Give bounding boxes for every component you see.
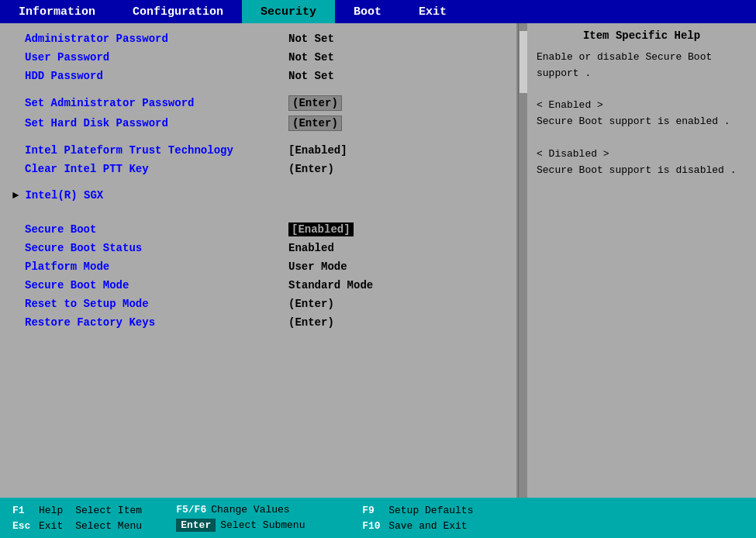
- label-set-admin-password: Set Administrator Password: [25, 97, 288, 109]
- desc-help: Help: [39, 505, 63, 516]
- right-panel: Item Specific Help Enable or disable Sec…: [527, 23, 756, 498]
- help-title: Item Specific Help: [537, 29, 747, 42]
- label-admin-password: Administrator Password: [25, 33, 288, 45]
- help-content: Enable or disable Secure Boot support . …: [537, 50, 747, 178]
- row-platform-mode[interactable]: Platform Mode User Mode: [0, 257, 516, 276]
- row-restore-factory-keys[interactable]: Restore Factory Keys (Enter): [0, 313, 516, 332]
- value-hdd-password: Not Set: [288, 70, 334, 82]
- label-set-hdd-password: Set Hard Disk Password: [25, 117, 288, 129]
- label-hdd-password: HDD Password: [25, 70, 288, 82]
- value-platform-mode: User Mode: [288, 260, 347, 273]
- value-admin-password: Not Set: [288, 33, 334, 45]
- row-secure-boot-status[interactable]: Secure Boot Status Enabled: [0, 239, 516, 257]
- help-line-7: Secure Boot support is disabled .: [537, 163, 747, 179]
- value-intel-ptt: [Enabled]: [288, 144, 347, 157]
- value-user-password: Not Set: [288, 51, 334, 64]
- scrollbar-thumb[interactable]: [520, 31, 527, 93]
- help-line-3: < Enabled >: [537, 98, 747, 114]
- value-reset-setup-mode: (Enter): [288, 298, 334, 310]
- row-set-admin-password[interactable]: Set Administrator Password (Enter): [0, 93, 516, 113]
- label-intel-ptt: Intel Plateform Trust Technology: [25, 144, 288, 157]
- bottom-row-esc: Esc Exit: [12, 520, 63, 532]
- menu-item-configuration[interactable]: Configuration: [114, 0, 242, 23]
- row-hdd-password[interactable]: HDD Password Not Set: [0, 67, 516, 85]
- bottom-section-select: Select Item Select Menu: [69, 501, 170, 535]
- label-restore-factory-keys: Restore Factory Keys: [25, 316, 288, 329]
- bottom-row-enter: Enter Select Submenu: [176, 519, 350, 532]
- label-user-password: User Password: [25, 51, 288, 64]
- key-f1: F1: [12, 505, 34, 516]
- main-content: Administrator Password Not Set User Pass…: [0, 23, 756, 498]
- bottom-row-f1: F1 Help: [12, 505, 63, 516]
- bottom-row-select-menu: Select Menu: [75, 520, 164, 532]
- row-admin-password[interactable]: Administrator Password Not Set: [0, 29, 516, 48]
- desc-select-menu: Select Menu: [75, 520, 142, 532]
- key-f5f6: F5/F6: [176, 504, 206, 516]
- menu-item-security[interactable]: Security: [242, 0, 335, 23]
- help-line-5: [537, 130, 747, 147]
- desc-select-submenu: Select Submenu: [220, 519, 305, 531]
- key-f9: F9: [362, 505, 384, 516]
- label-secure-boot-status: Secure Boot Status: [25, 242, 288, 254]
- row-reset-setup-mode[interactable]: Reset to Setup Mode (Enter): [0, 295, 516, 313]
- label-secure-boot-mode: Secure Boot Mode: [25, 279, 288, 291]
- value-secure-boot: [Enabled]: [288, 222, 354, 236]
- bottom-section-f9-f10: F9 Setup Defaults F10 Save and Exit: [356, 501, 750, 535]
- help-line-0: Enable or disable Secure Boot: [537, 50, 747, 66]
- key-f10: F10: [362, 520, 384, 532]
- help-line-2: [537, 82, 747, 98]
- desc-select-item: Select Item: [75, 505, 142, 516]
- row-clear-ptt[interactable]: Clear Intel PTT Key (Enter): [0, 160, 516, 178]
- help-line-1: support .: [537, 66, 747, 82]
- help-line-4: Secure Boot support is enabled .: [537, 114, 747, 130]
- value-set-admin-password: (Enter): [288, 95, 342, 111]
- value-set-hdd-password: (Enter): [288, 116, 342, 131]
- row-user-password[interactable]: User Password Not Set: [0, 48, 516, 67]
- bottom-row-f10: F10 Save and Exit: [362, 520, 744, 532]
- row-set-hdd-password[interactable]: Set Hard Disk Password (Enter): [0, 113, 516, 133]
- label-secure-boot: Secure Boot: [25, 223, 288, 236]
- menu-item-exit[interactable]: Exit: [400, 0, 465, 23]
- label-intel-sgx: Intel(R) SGX: [25, 189, 288, 202]
- value-secure-boot-mode: Standard Mode: [288, 279, 373, 291]
- value-clear-ptt: (Enter): [288, 163, 334, 175]
- bottom-bar: F1 Help Esc Exit Select Item Select Menu…: [0, 498, 756, 538]
- menu-item-boot[interactable]: Boot: [335, 0, 400, 23]
- key-esc: Esc: [12, 520, 34, 532]
- row-intel-ptt[interactable]: Intel Plateform Trust Technology [Enable…: [0, 141, 516, 160]
- desc-save-exit: Save and Exit: [388, 520, 467, 532]
- bottom-row-select-item: Select Item: [75, 505, 164, 516]
- bottom-section-f5f6-enter: F5/F6 Change Values Enter Select Submenu: [170, 501, 356, 535]
- row-secure-boot-mode[interactable]: Secure Boot Mode Standard Mode: [0, 276, 516, 295]
- left-panel: Administrator Password Not Set User Pass…: [0, 23, 518, 498]
- help-line-6: < Disabled >: [537, 147, 747, 163]
- value-restore-factory-keys: (Enter): [288, 316, 334, 329]
- scrollbar[interactable]: [518, 23, 527, 498]
- bottom-section-f1-esc: F1 Help Esc Exit: [6, 501, 69, 535]
- menu-bar: Information Configuration Security Boot …: [0, 0, 756, 23]
- submenu-arrow-icon: ►: [12, 189, 19, 202]
- menu-item-information[interactable]: Information: [0, 0, 114, 23]
- desc-setup-defaults: Setup Defaults: [388, 505, 473, 516]
- value-secure-boot-status: Enabled: [288, 242, 334, 254]
- row-secure-boot[interactable]: Secure Boot [Enabled]: [0, 220, 516, 239]
- bottom-row-f9: F9 Setup Defaults: [362, 505, 744, 516]
- row-intel-sgx[interactable]: ► Intel(R) SGX: [0, 186, 516, 205]
- label-platform-mode: Platform Mode: [25, 260, 288, 273]
- bottom-row-f5f6: F5/F6 Change Values: [176, 504, 350, 516]
- key-enter: Enter: [176, 519, 216, 532]
- label-reset-setup-mode: Reset to Setup Mode: [25, 298, 288, 310]
- label-clear-ptt: Clear Intel PTT Key: [25, 163, 288, 175]
- desc-exit: Exit: [39, 520, 63, 532]
- desc-change-values: Change Values: [211, 504, 289, 516]
